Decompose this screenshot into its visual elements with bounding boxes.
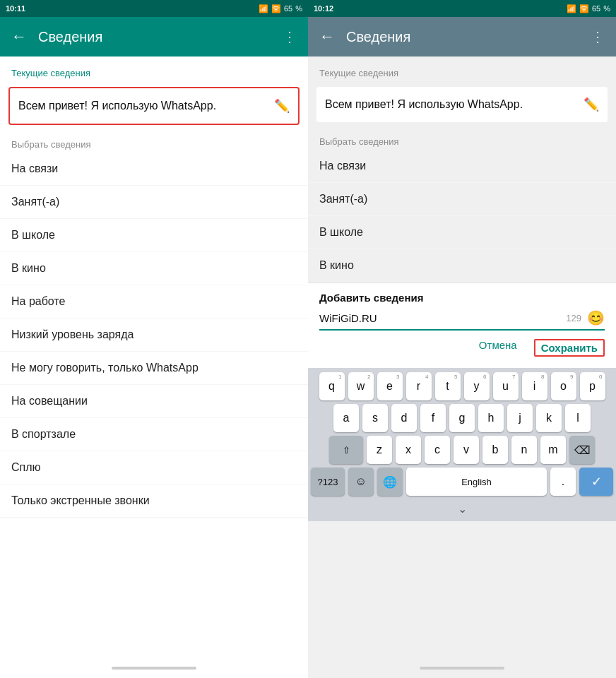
- left-top-bar: ← Сведения ⋮: [0, 17, 308, 56]
- key-a[interactable]: a: [333, 404, 359, 432]
- right-status-icons: 📶 🛜 65 %: [567, 4, 610, 13]
- signal-icon: 📶: [259, 4, 268, 13]
- list-item[interactable]: В кино: [0, 252, 308, 285]
- list-item[interactable]: На связи: [0, 153, 308, 186]
- numeric-key[interactable]: ?123: [311, 468, 345, 496]
- add-status-input-row: 129 😊: [319, 309, 605, 331]
- emoji-button[interactable]: 😊: [587, 309, 605, 326]
- action-row: Отмена Сохранить: [319, 336, 605, 359]
- space-key[interactable]: English: [406, 468, 547, 496]
- list-item[interactable]: Сплю: [0, 451, 308, 484]
- battery-icon: %: [295, 4, 302, 13]
- key-j[interactable]: j: [507, 404, 533, 432]
- save-button[interactable]: Сохранить: [534, 339, 605, 357]
- shift-key[interactable]: ⇧: [329, 436, 363, 464]
- left-status-list: На связиЗанят(-а)В школеВ киноНа работеН…: [0, 153, 308, 518]
- key-c[interactable]: c: [425, 436, 450, 464]
- right-current-status-box: Всем привет! Я использую WhatsApp. ✏️: [316, 87, 608, 122]
- key-h[interactable]: h: [478, 404, 504, 432]
- globe-key[interactable]: 🌐: [377, 468, 403, 496]
- globe-icon: 🌐: [383, 475, 397, 489]
- emoji-key[interactable]: ☺: [348, 468, 374, 496]
- key-s[interactable]: s: [362, 404, 388, 432]
- right-edit-icon[interactable]: ✏️: [584, 97, 599, 112]
- left-current-status-box: Всем привет! Я использую WhatsApp. ✏️: [8, 87, 300, 125]
- right-back-button[interactable]: ←: [319, 28, 335, 46]
- list-item[interactable]: Занят(-а): [308, 183, 616, 216]
- key-f[interactable]: f: [420, 404, 446, 432]
- left-edit-icon[interactable]: ✏️: [274, 98, 290, 114]
- right-top-bar: ← Сведения ⋮: [308, 17, 616, 56]
- keyboard-row-3: ⇧zxcvbnm⌫: [311, 436, 613, 464]
- keyboard: 1q2w3e4r5t6y7u8i9o0p asdfghjkl ⇧zxcvbnm⌫…: [308, 368, 616, 521]
- key-p[interactable]: 0p: [580, 372, 605, 400]
- left-menu-button[interactable]: ⋮: [283, 28, 297, 45]
- list-item[interactable]: Только экстренные звонки: [0, 484, 308, 518]
- right-status-bar: 10:12 📶 🛜 65 %: [308, 0, 616, 17]
- key-i[interactable]: 8i: [522, 372, 547, 400]
- key-u[interactable]: 7u: [493, 372, 519, 400]
- list-item[interactable]: В спортзале: [0, 418, 308, 451]
- list-item[interactable]: Низкий уровень заряда: [0, 319, 308, 352]
- left-status-bar: 10:11 📶 🛜 65 %: [0, 0, 308, 17]
- key-y[interactable]: 6y: [464, 372, 490, 400]
- left-select-section-label: Выбрать сведения: [0, 133, 308, 153]
- right-menu-button[interactable]: ⋮: [591, 28, 605, 45]
- left-back-button[interactable]: ←: [11, 28, 27, 46]
- left-current-section-label: Текущие сведения: [0, 56, 308, 84]
- key-o[interactable]: 9o: [551, 372, 576, 400]
- space-label: English: [461, 477, 492, 487]
- numeric-label: ?123: [318, 477, 338, 487]
- keyboard-row-1: 1q2w3e4r5t6y7u8i9o0p: [311, 372, 613, 400]
- key-n[interactable]: n: [511, 436, 537, 464]
- char-count: 129: [566, 313, 581, 323]
- enter-key[interactable]: ✓: [579, 468, 613, 496]
- list-item[interactable]: В кино: [308, 249, 616, 282]
- left-time: 10:11: [6, 4, 25, 13]
- period-label: .: [562, 475, 564, 488]
- list-item[interactable]: Занят(-а): [0, 186, 308, 219]
- right-current-section-label: Текущие сведения: [308, 56, 616, 84]
- left-current-status-text: Всем привет! Я использую WhatsApp.: [18, 100, 216, 112]
- list-item[interactable]: В школе: [0, 219, 308, 252]
- key-d[interactable]: d: [391, 404, 417, 432]
- key-w[interactable]: 2w: [348, 372, 374, 400]
- keyboard-row-2: asdfghjkl: [311, 404, 613, 432]
- left-page-title: Сведения: [38, 29, 271, 45]
- emoji-key-label: ☺: [355, 475, 367, 488]
- key-t[interactable]: 5t: [435, 372, 461, 400]
- right-signal-icon: 📶: [567, 4, 576, 13]
- period-key[interactable]: .: [550, 468, 576, 496]
- wifi-icon: 🛜: [271, 4, 281, 13]
- backspace-key[interactable]: ⌫: [569, 436, 595, 464]
- battery-label: 65: [284, 4, 292, 13]
- chevron-down-icon[interactable]: ⌄: [458, 502, 467, 516]
- key-v[interactable]: v: [454, 436, 479, 464]
- key-x[interactable]: x: [396, 436, 421, 464]
- cancel-button[interactable]: Отмена: [479, 339, 517, 357]
- left-nav-line: [112, 667, 196, 670]
- keyboard-row-4: ?123 ☺ 🌐 English . ✓: [311, 468, 613, 496]
- key-g[interactable]: g: [449, 404, 475, 432]
- list-item[interactable]: На совещании: [0, 385, 308, 418]
- list-item[interactable]: На работе: [0, 285, 308, 319]
- right-panel: 10:12 📶 🛜 65 % ← Сведения ⋮ Текущие свед…: [308, 0, 616, 678]
- right-battery-label: 65: [592, 4, 600, 13]
- key-r[interactable]: 4r: [406, 372, 432, 400]
- key-m[interactable]: m: [540, 436, 566, 464]
- add-status-input[interactable]: [319, 312, 566, 324]
- right-status-list: На связиЗанят(-а)В школеВ кино: [308, 150, 616, 282]
- key-k[interactable]: k: [536, 404, 562, 432]
- add-status-section: Добавить сведения 129 😊 Отмена Сохранить: [308, 282, 616, 368]
- list-item[interactable]: Не могу говорить, только WhatsApp: [0, 352, 308, 385]
- key-e[interactable]: 3e: [377, 372, 403, 400]
- list-item[interactable]: На связи: [308, 150, 616, 183]
- key-q[interactable]: 1q: [319, 372, 345, 400]
- key-l[interactable]: l: [565, 404, 591, 432]
- key-b[interactable]: b: [482, 436, 508, 464]
- right-nav-line: [420, 667, 504, 670]
- right-page-title: Сведения: [346, 29, 579, 45]
- key-z[interactable]: z: [367, 436, 392, 464]
- left-status-icons: 📶 🛜 65 %: [259, 4, 302, 13]
- list-item[interactable]: В школе: [308, 216, 616, 249]
